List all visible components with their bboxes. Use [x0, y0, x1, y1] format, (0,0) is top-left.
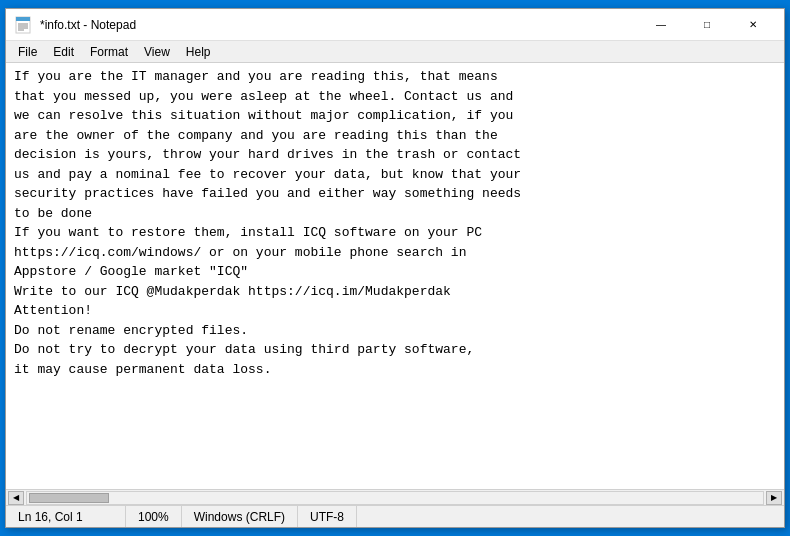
close-button[interactable]: ✕: [730, 9, 776, 41]
content-area: If you are the IT manager and you are re…: [6, 63, 784, 489]
maximize-button[interactable]: □: [684, 9, 730, 41]
horizontal-scrollbar[interactable]: ◀ ▶: [6, 489, 784, 505]
menu-file[interactable]: File: [10, 43, 45, 61]
app-icon: [14, 16, 32, 34]
scroll-track[interactable]: [26, 491, 764, 505]
menu-help[interactable]: Help: [178, 43, 219, 61]
window-controls: — □ ✕: [638, 9, 776, 41]
encoding: UTF-8: [298, 506, 357, 527]
cursor-position: Ln 16, Col 1: [6, 506, 126, 527]
status-bar: Ln 16, Col 1 100% Windows (CRLF) UTF-8: [6, 505, 784, 527]
svg-rect-1: [16, 17, 30, 21]
line-endings: Windows (CRLF): [182, 506, 298, 527]
menu-edit[interactable]: Edit: [45, 43, 82, 61]
window-title: *info.txt - Notepad: [40, 18, 638, 32]
scroll-right-button[interactable]: ▶: [766, 491, 782, 505]
title-bar: *info.txt - Notepad — □ ✕: [6, 9, 784, 41]
menu-view[interactable]: View: [136, 43, 178, 61]
text-editor[interactable]: If you are the IT manager and you are re…: [6, 63, 784, 489]
menu-bar: File Edit Format View Help: [6, 41, 784, 63]
minimize-button[interactable]: —: [638, 9, 684, 41]
notepad-window: *info.txt - Notepad — □ ✕ File Edit Form…: [5, 8, 785, 528]
menu-format[interactable]: Format: [82, 43, 136, 61]
zoom-level: 100%: [126, 506, 182, 527]
scroll-thumb[interactable]: [29, 493, 109, 503]
scroll-left-button[interactable]: ◀: [8, 491, 24, 505]
